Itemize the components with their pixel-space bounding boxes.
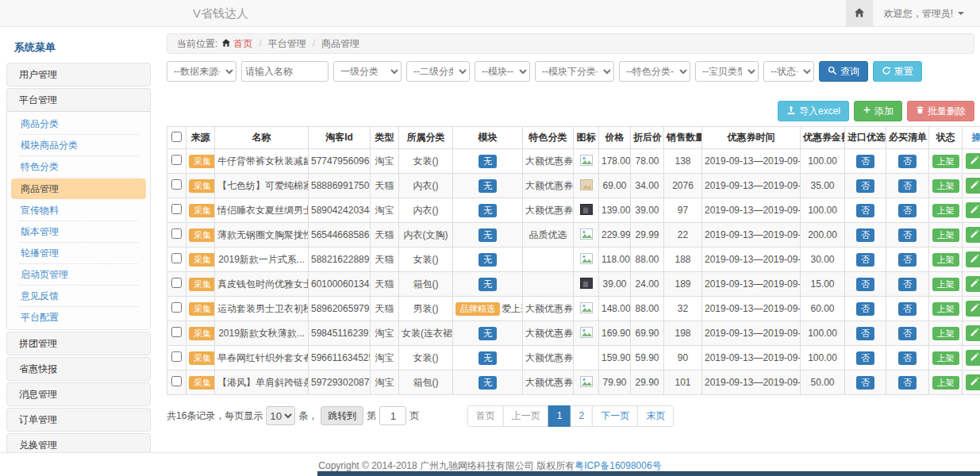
filter-level2-category[interactable]: --二级分类--	[406, 61, 470, 82]
records-summary-mid: 条，	[298, 409, 317, 423]
module-badge: 无	[478, 228, 497, 242]
edit-button[interactable]	[966, 325, 980, 341]
row-checkbox[interactable]	[171, 228, 182, 239]
column-header-特色分类: 特色分类	[523, 127, 574, 149]
select-all-checkbox[interactable]	[171, 132, 182, 142]
discount-price-cell: 29.99	[631, 223, 664, 248]
product-image-icon	[580, 155, 593, 168]
table-row: 采集2019新款一片式系...588216228899天猫女装()无118.00…	[167, 248, 980, 272]
sidebar-submenu: 商品分类模块商品分类特色分类商品管理宣传物料版本管理轮播管理启动页管理意见反馈平…	[7, 111, 150, 329]
sidebar-group-用户管理[interactable]: 用户管理	[7, 63, 150, 86]
column-header-类型: 类型	[371, 127, 399, 149]
home-button[interactable]	[846, 0, 873, 27]
filter-module[interactable]: --模块--	[475, 61, 530, 82]
pager-1[interactable]: 1	[548, 405, 571, 427]
table-row: 采集情侣睡衣女夏丝绸男士...589042420344淘宝内衣()无大额优惠券1…	[167, 198, 980, 223]
add-button[interactable]: 添加	[854, 101, 902, 121]
filter-feature-category[interactable]: --特色分类--	[619, 61, 690, 82]
sidebar-group-省惠快报[interactable]: 省惠快报	[7, 358, 150, 380]
page-number-input[interactable]	[379, 406, 406, 425]
edit-button[interactable]	[966, 227, 980, 243]
sidebar-item-特色分类[interactable]: 特色分类	[19, 156, 138, 178]
pager-首页[interactable]: 首页	[467, 405, 504, 427]
import-select-cell: 否	[845, 149, 886, 174]
import-excel-button[interactable]: 导入excel	[778, 101, 849, 121]
pager-上一页[interactable]: 上一页	[503, 405, 549, 427]
edit-button[interactable]	[966, 276, 980, 292]
sidebar-group-消息管理[interactable]: 消息管理	[7, 383, 150, 405]
filter-item-type[interactable]: --宝贝类型--	[695, 61, 759, 82]
sidebar-group-订单管理[interactable]: 订单管理	[7, 409, 150, 431]
sidebar-item-宣传物料[interactable]: 宣传物料	[19, 200, 138, 221]
breadcrumb-separator: /	[310, 38, 317, 49]
edit-button[interactable]	[966, 251, 980, 267]
edit-button[interactable]	[966, 350, 980, 366]
row-checkbox[interactable]	[171, 155, 182, 165]
filter-level1-category[interactable]: 一级分类	[333, 61, 402, 82]
name-cell: 真皮钱包时尚优雅女士...	[215, 272, 309, 297]
import-select-badge: 否	[856, 204, 874, 217]
edit-button[interactable]	[966, 178, 980, 194]
edit-button[interactable]	[966, 374, 980, 390]
reset-button[interactable]: 重置	[873, 61, 922, 82]
jump-button[interactable]: 跳转到	[321, 406, 363, 425]
must-buy-badge: 否	[898, 327, 917, 340]
type-cell: 淘宝	[371, 370, 399, 395]
module-cell: 无	[453, 346, 523, 370]
icp-link[interactable]: 粤ICP备16098006号	[575, 460, 661, 471]
sales-cell: 90	[664, 346, 702, 370]
row-checkbox[interactable]	[171, 302, 182, 313]
status-cell: 上架	[929, 174, 963, 198]
operations-cell	[963, 272, 980, 297]
row-checkbox[interactable]	[171, 204, 182, 214]
edit-button[interactable]	[966, 153, 980, 169]
page-size-select[interactable]: 10	[266, 406, 295, 425]
row-select-cell	[167, 198, 186, 223]
search-button[interactable]: 查询	[819, 61, 868, 82]
source-cell: 采集	[186, 297, 215, 321]
copyright-text: Copyright © 2014-2018 广州九驰网络科技有限公司 版权所有	[318, 460, 575, 471]
sidebar-panel: 拼团管理	[6, 332, 151, 355]
sidebar-item-平台配置[interactable]: 平台配置	[19, 307, 138, 328]
filter-data-source[interactable]: --数据来源--	[167, 61, 236, 82]
row-checkbox[interactable]	[171, 327, 182, 337]
pager-2[interactable]: 2	[571, 405, 594, 427]
status-cell: 上架	[929, 370, 963, 395]
pager-下一页[interactable]: 下一页	[592, 405, 638, 427]
sidebar-item-商品分类[interactable]: 商品分类	[19, 113, 138, 135]
type-cell: 天猫	[371, 248, 399, 272]
main-content: 当前位置: 首页 / 平台管理 / 商品管理 --数据来源--一级分类--二级分…	[167, 33, 974, 427]
sidebar-group-拼团管理[interactable]: 拼团管理	[7, 332, 150, 355]
name-cell: 牛仔背带裤女秋装减龄...	[215, 149, 309, 174]
sidebar-item-意见反馈[interactable]: 意见反馈	[19, 286, 138, 307]
sidebar-item-商品管理[interactable]: 商品管理	[11, 178, 146, 199]
sidebar-item-模块商品分类[interactable]: 模块商品分类	[19, 135, 138, 156]
breadcrumb-item-platform[interactable]: 平台管理	[268, 37, 306, 51]
edit-button[interactable]	[966, 202, 980, 218]
row-checkbox[interactable]	[171, 351, 182, 362]
name-search-input[interactable]	[241, 61, 329, 82]
edit-button[interactable]	[966, 301, 980, 317]
filter-status[interactable]: --状态--	[763, 61, 814, 82]
sidebar-item-轮播管理[interactable]: 轮播管理	[19, 243, 138, 264]
row-checkbox[interactable]	[171, 179, 182, 190]
status-cell: 上架	[929, 223, 963, 248]
table-row: 采集早春网红针织外套女春...596611634525淘宝女装()无大额优惠券1…	[167, 346, 980, 370]
batch-delete-button[interactable]: 批量删除	[907, 101, 974, 121]
sidebar-item-版本管理[interactable]: 版本管理	[19, 221, 138, 243]
sidebar-item-启动页管理[interactable]: 启动页管理	[19, 264, 138, 286]
must-buy-cell: 否	[886, 223, 929, 248]
breadcrumb-home-link[interactable]: 首页	[221, 37, 252, 51]
pager-末页[interactable]: 末页	[637, 405, 674, 427]
icon-cell	[574, 223, 599, 248]
filter-module-subcategory[interactable]: --模块下分类--	[535, 61, 614, 82]
row-checkbox[interactable]	[171, 253, 182, 263]
import-select-cell: 否	[845, 321, 886, 346]
sidebar-group-平台管理[interactable]: 平台管理	[7, 89, 150, 111]
row-checkbox[interactable]	[171, 376, 182, 386]
row-checkbox[interactable]	[171, 278, 182, 288]
price-cell: 159.90	[599, 346, 631, 370]
user-menu[interactable]: 欢迎您，管理员!	[873, 0, 980, 27]
module-badge: 无	[478, 179, 497, 193]
source-badge: 采集	[189, 278, 215, 291]
